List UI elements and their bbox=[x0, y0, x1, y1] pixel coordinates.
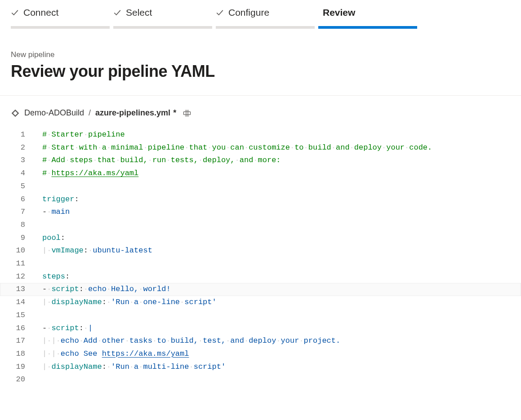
line-number: 3 bbox=[0, 154, 35, 167]
code-line[interactable]: -·main bbox=[35, 206, 521, 219]
code-line[interactable]: steps: bbox=[35, 270, 521, 283]
code-line[interactable]: -·script:·| bbox=[35, 322, 521, 335]
step-label: Select bbox=[126, 7, 152, 18]
code-line[interactable]: #·Add·steps·that·build,·run·tests,·deplo… bbox=[35, 154, 521, 167]
code-line[interactable] bbox=[35, 373, 521, 386]
code-line[interactable]: #·Starter·pipeline bbox=[35, 128, 521, 141]
dirty-indicator: * bbox=[173, 108, 176, 118]
line-number: 7 bbox=[0, 206, 35, 219]
line-number: 8 bbox=[0, 219, 35, 232]
code-line[interactable]: |·displayName:·'Run·a·one-line·script' bbox=[35, 296, 521, 309]
code-line[interactable] bbox=[35, 309, 521, 322]
line-number: 15 bbox=[0, 309, 35, 322]
line-number: 1 bbox=[0, 128, 35, 141]
code-line[interactable]: trigger: bbox=[35, 193, 521, 206]
step-select[interactable]: Select bbox=[113, 7, 212, 29]
code-line[interactable]: -·script:·echo·Hello,·world! bbox=[35, 283, 521, 296]
line-number: 19 bbox=[0, 361, 35, 374]
yaml-editor[interactable]: 1#·Starter·pipeline 2#·Start·with·a·mini… bbox=[0, 122, 521, 400]
line-number: 5 bbox=[0, 180, 35, 193]
line-number: 9 bbox=[0, 232, 35, 245]
code-line[interactable] bbox=[35, 257, 521, 270]
pipeline-stepper: Connect Select Configure Review bbox=[0, 0, 521, 29]
breadcrumb-separator: / bbox=[89, 108, 91, 118]
line-number: 12 bbox=[0, 270, 35, 283]
code-line[interactable]: pool: bbox=[35, 232, 521, 245]
step-label: Configure bbox=[228, 7, 269, 18]
code-line[interactable] bbox=[35, 219, 521, 232]
line-number: 13 bbox=[0, 283, 35, 296]
repo-name[interactable]: Demo-ADOBuild bbox=[24, 108, 84, 118]
step-label: Review bbox=[323, 7, 355, 18]
page-supertitle: New pipeline bbox=[11, 50, 510, 59]
code-line[interactable] bbox=[35, 180, 521, 193]
code-line[interactable]: #·https://aka.ms/yaml bbox=[35, 167, 521, 180]
line-number: 2 bbox=[0, 141, 35, 155]
step-connect[interactable]: Connect bbox=[11, 7, 110, 29]
line-number: 17 bbox=[0, 335, 35, 348]
checkmark-icon bbox=[216, 9, 224, 17]
line-number: 10 bbox=[0, 244, 35, 257]
code-line[interactable]: |·displayName:·'Run·a·multi-line·script' bbox=[35, 361, 521, 374]
step-progress-bar bbox=[216, 26, 315, 29]
page-header: New pipeline Review your pipeline YAML bbox=[0, 29, 521, 96]
step-configure[interactable]: Configure bbox=[216, 7, 315, 29]
step-progress-bar bbox=[113, 26, 212, 29]
line-number: 6 bbox=[0, 193, 35, 206]
line-number: 18 bbox=[0, 348, 35, 361]
step-label: Connect bbox=[23, 7, 58, 18]
line-number: 20 bbox=[0, 373, 35, 386]
rename-icon[interactable] bbox=[183, 109, 191, 118]
line-number: 4 bbox=[0, 167, 35, 180]
checkmark-icon bbox=[113, 9, 121, 17]
file-name[interactable]: azure-pipelines.yml bbox=[95, 108, 170, 118]
line-number: 16 bbox=[0, 322, 35, 335]
step-progress-bar bbox=[11, 26, 110, 29]
code-line[interactable]: |·vmImage:·ubuntu-latest bbox=[35, 244, 521, 257]
line-number: 14 bbox=[0, 296, 35, 309]
line-number: 11 bbox=[0, 257, 35, 270]
step-progress-bar bbox=[318, 26, 417, 29]
svg-rect-0 bbox=[184, 111, 191, 115]
page-title: Review your pipeline YAML bbox=[11, 62, 510, 81]
code-line[interactable]: |·|·echo See https://aka.ms/yaml bbox=[35, 348, 521, 361]
step-review[interactable]: Review bbox=[318, 7, 417, 29]
repo-icon bbox=[11, 109, 20, 118]
code-line[interactable]: #·Start·with·a·minimal·pipeline·that·you… bbox=[35, 141, 521, 155]
file-breadcrumb: Demo-ADOBuild / azure-pipelines.yml * bbox=[0, 96, 521, 122]
code-line[interactable]: |·|·echo·Add·other·tasks·to·build,·test,… bbox=[35, 335, 521, 348]
checkmark-icon bbox=[11, 9, 19, 17]
